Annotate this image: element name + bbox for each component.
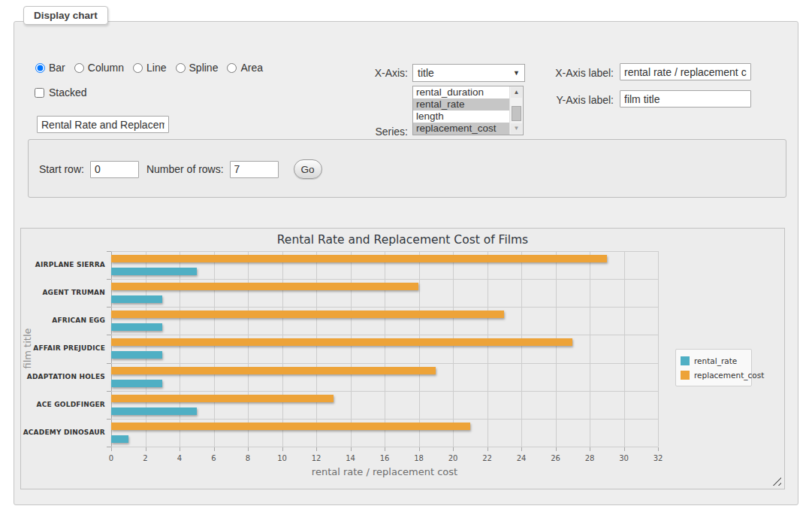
y-tick-mark xyxy=(107,391,111,392)
x-tick-label: 14 xyxy=(340,454,362,462)
x-tick-mark xyxy=(419,447,420,451)
vertical-gridline xyxy=(385,251,385,447)
start-row-label: Start row: xyxy=(39,163,84,175)
y-axis-line xyxy=(111,251,112,447)
horizontal-gridline xyxy=(111,251,658,252)
series-option-length[interactable]: length xyxy=(413,111,510,123)
x-tick-mark xyxy=(214,447,215,451)
x-axis-select[interactable]: title ▼ xyxy=(412,64,525,82)
vertical-gridline xyxy=(488,251,488,447)
horizontal-gridline xyxy=(111,279,658,280)
series-option-rental_duration[interactable]: rental_duration xyxy=(413,86,510,98)
chart-type-radio-label: Bar xyxy=(49,62,65,74)
legend-item-replacement_cost[interactable]: replacement_cost xyxy=(681,368,747,382)
stacked-checkbox[interactable] xyxy=(35,88,44,98)
x-tick-mark xyxy=(624,447,625,451)
y-tick-mark xyxy=(107,419,111,420)
chart-type-bar[interactable]: Bar xyxy=(35,62,65,74)
stacked-option[interactable]: Stacked xyxy=(35,86,87,98)
legend-item-rental_rate[interactable]: rental_rate xyxy=(681,353,747,368)
chart-type-radio-line[interactable] xyxy=(133,63,143,73)
x-tick-mark xyxy=(111,447,112,451)
vertical-gridline xyxy=(282,251,283,447)
x-tick-mark xyxy=(590,447,590,451)
category-label: AFFAIR PREJUDICE xyxy=(21,335,105,362)
x-tick-label: 16 xyxy=(373,454,396,462)
chart-type-line[interactable]: Line xyxy=(133,62,166,74)
horizontal-gridline xyxy=(111,335,658,335)
category-label: AIRPLANE SIERRA xyxy=(21,251,105,279)
chart-type-radio-area[interactable] xyxy=(227,63,237,73)
bar-replacement_cost xyxy=(111,255,607,262)
category-label: ACADEMY DINOSAUR xyxy=(21,419,105,447)
num-rows-label: Number of rows: xyxy=(146,163,224,175)
scroll-down-icon[interactable]: ▼ xyxy=(511,123,522,134)
bar-replacement_cost xyxy=(111,311,504,318)
x-tick-mark xyxy=(351,447,352,451)
x-axis-label-input[interactable] xyxy=(620,63,751,80)
chart-type-radio-column[interactable] xyxy=(74,63,84,73)
series-option-replacement_cost[interactable]: replacement_cost xyxy=(413,123,510,135)
x-tick-mark xyxy=(146,447,146,451)
chart-type-area[interactable]: Area xyxy=(227,62,263,74)
chart-type-radio-label: Line xyxy=(146,62,166,74)
bar-rental_rate xyxy=(111,323,162,331)
chart-plot-area xyxy=(111,251,658,447)
vertical-gridline xyxy=(556,251,557,447)
x-tick-label: 12 xyxy=(305,454,328,462)
x-tick-label: 10 xyxy=(271,454,294,462)
row-range-panel: Start row: Number of rows: Go xyxy=(28,139,786,198)
chart-x-axis-title: rental rate / replacement cost xyxy=(111,466,658,477)
x-tick-label: 30 xyxy=(613,454,635,462)
x-tick-mark xyxy=(521,447,522,451)
x-tick-label: 0 xyxy=(100,454,122,462)
start-row-input[interactable] xyxy=(90,161,139,178)
series-multiselect[interactable]: rental_durationrental_ratelengthreplacem… xyxy=(412,86,524,135)
legend-swatch-icon xyxy=(681,356,690,365)
vertical-gridline xyxy=(521,251,522,447)
category-label: AFRICAN EGG xyxy=(21,307,105,335)
x-tick-label: 28 xyxy=(578,454,601,462)
bar-rental_rate xyxy=(111,407,197,415)
y-tick-mark xyxy=(107,251,111,252)
chart-type-radio-spline[interactable] xyxy=(176,63,186,73)
chart-type-radio-label: Spline xyxy=(189,62,219,74)
vertical-gridline xyxy=(180,251,180,447)
x-tick-mark xyxy=(180,447,180,451)
x-tick-label: 22 xyxy=(476,454,499,462)
chart-type-radio-bar[interactable] xyxy=(35,63,45,73)
bar-rental_rate xyxy=(111,351,162,359)
vertical-gridline xyxy=(248,251,249,447)
bar-rental_rate xyxy=(111,268,197,275)
series-scrollbar[interactable]: ▲ ▼ xyxy=(509,86,523,135)
x-tick-label: 8 xyxy=(237,454,259,462)
bar-replacement_cost xyxy=(111,338,572,346)
resize-grip-icon[interactable] xyxy=(772,477,781,486)
scroll-up-icon[interactable]: ▲ xyxy=(511,87,522,98)
chart-type-spline[interactable]: Spline xyxy=(176,62,219,74)
x-tick-mark xyxy=(556,447,557,451)
num-rows-input[interactable] xyxy=(230,161,279,178)
vertical-gridline xyxy=(419,251,420,447)
x-axis-select-label: X-Axis: xyxy=(345,67,408,79)
category-label: ADAPTATION HOLES xyxy=(21,363,105,391)
x-tick-label: 20 xyxy=(442,454,464,462)
chart-type-column[interactable]: Column xyxy=(74,62,124,74)
x-tick-label: 24 xyxy=(510,454,533,462)
x-axis-selected-value: title xyxy=(418,67,434,79)
horizontal-gridline xyxy=(111,391,658,392)
category-label: ACE GOLDFINGER xyxy=(21,391,105,419)
y-axis-label-input[interactable] xyxy=(620,90,751,108)
chart-container: Rental Rate and Replacement Cost of Film… xyxy=(20,228,785,489)
x-axis-label-label: X-Axis label: xyxy=(533,67,614,79)
legend-label: replacement_cost xyxy=(694,371,764,380)
scrollbar-thumb[interactable] xyxy=(512,106,521,121)
bar-replacement_cost xyxy=(111,367,436,374)
horizontal-gridline xyxy=(111,363,658,364)
series-option-rental_rate[interactable]: rental_rate xyxy=(413,98,510,111)
chart-title-input[interactable] xyxy=(37,116,169,133)
x-tick-label: 4 xyxy=(168,454,191,462)
x-tick-mark xyxy=(282,447,283,451)
go-button[interactable]: Go xyxy=(294,159,322,179)
horizontal-gridline xyxy=(111,307,658,308)
